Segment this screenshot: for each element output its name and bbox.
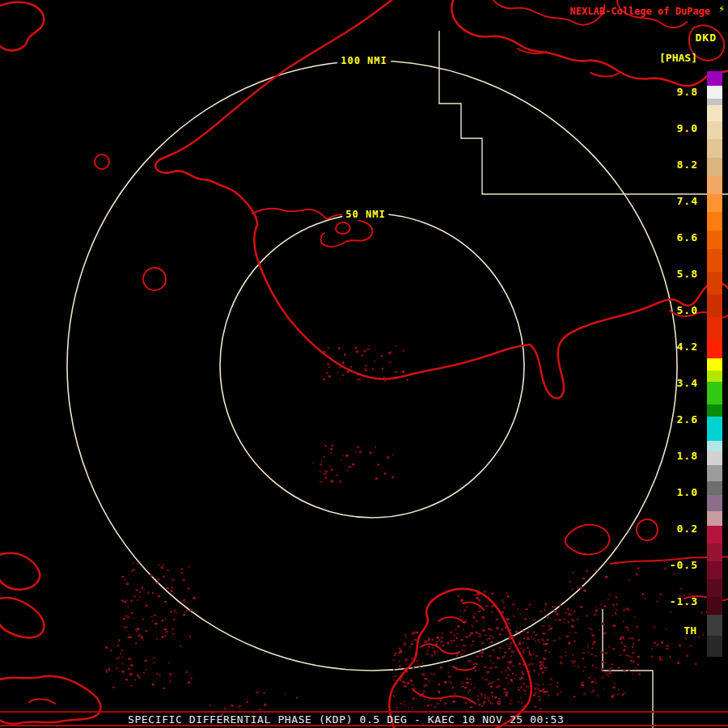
colorbar-band [707,441,722,451]
coastline-circle [143,268,166,290]
colorbar-tick: 5.8 [662,268,698,280]
radar-display: 100 NMI 50 NMI NEXLAB-College of DuPage … [0,0,728,728]
colorbar-band [707,71,722,86]
range-ring-50nmi [220,214,524,518]
colorbar-tick: 8.2 [662,159,698,171]
coastline-path [530,281,728,398]
colorbar-band [707,340,722,358]
colorbar-band [707,526,722,544]
range-ring-label-50: 50 NMI [342,209,388,220]
threshold-label: TH [684,624,696,637]
colorbar-tick: 5.0 [662,304,698,316]
coastline-path [160,0,398,159]
coastline-path [0,2,44,51]
colorbar-tick: 3.4 [662,377,698,389]
colorbar-band [707,451,722,465]
colorbar-band [707,194,722,212]
colorbar-band [707,465,722,481]
colorbar-band [707,370,722,382]
colorbar-band [707,272,722,294]
colorbar-band [707,358,722,370]
coastline-path [438,617,464,623]
coastline-path [254,225,530,379]
radar-map [0,0,728,728]
coastline-path [0,553,40,590]
site-title: NEXLAB-College of DuPage [570,6,710,17]
colorbar-tick: 1.0 [662,486,698,498]
colorbar-band [707,382,722,404]
colorbar-band [707,121,722,139]
colorbar-tick: 9.0 [662,122,698,134]
coastline-path [565,525,610,555]
colorbar-band [707,231,722,249]
coastline-path [336,222,349,234]
colorbar-tick: 4.2 [662,341,698,353]
colorbar-band [707,212,722,231]
coastline-path [0,676,101,724]
colorbar-tick: 2.6 [662,413,698,425]
coastline-path [413,689,476,704]
colorbar-band [707,105,722,121]
colorbar-band [707,615,722,636]
colorbar-tick: 1.8 [662,450,698,462]
colorbar-band [707,99,722,105]
colorbar-tick: -0.5 [662,559,698,571]
colorbar-tick: 9.8 [662,86,698,98]
colorbar-band [707,481,722,495]
coastline-path [590,73,620,77]
coastline-path [0,598,44,637]
colorbar-band [707,404,722,417]
colorbar-tick: 6.6 [662,231,698,243]
colorbar-band [707,417,722,441]
coastline-outlines [0,0,728,728]
coastline-path [155,159,257,225]
coastline-path [252,209,327,219]
colorbar [707,71,722,657]
colorbar-band [707,495,722,511]
colorbar-band [707,86,722,99]
colorbar-band [707,249,722,272]
colorbar-band [707,544,722,561]
colorbar-band [707,597,722,615]
colorbar-band [707,561,722,579]
station-id: DKD [696,32,717,44]
footer-product-text: SPECIFIC DIFFERENTIAL PHASE (KDP) 0.5 DE… [128,713,564,726]
colorbar-tick: 7.4 [662,195,698,207]
colorbar-band [707,176,722,194]
colorbar-band [707,636,722,657]
colorbar-tick: 0.2 [662,523,698,535]
range-ring-label-100: 100 NMI [337,55,391,66]
lightning-icon: ⚡ [718,2,725,15]
coastline-path [29,699,55,704]
colorbar-tick: -1.3 [662,595,698,607]
colorbar-band [707,294,722,317]
colorbar-band [707,139,722,158]
colorbar-band [707,579,722,597]
footer-divider-bottom [0,725,728,726]
colorbar-band [707,317,722,340]
coastline-circle [95,154,109,169]
coastline-path [421,644,459,654]
product-code: [PHAS] [659,52,697,64]
coastline-circle [637,519,658,540]
colorbar-band [707,158,722,176]
colorbar-band [707,511,722,526]
footer-divider-top [0,711,728,713]
